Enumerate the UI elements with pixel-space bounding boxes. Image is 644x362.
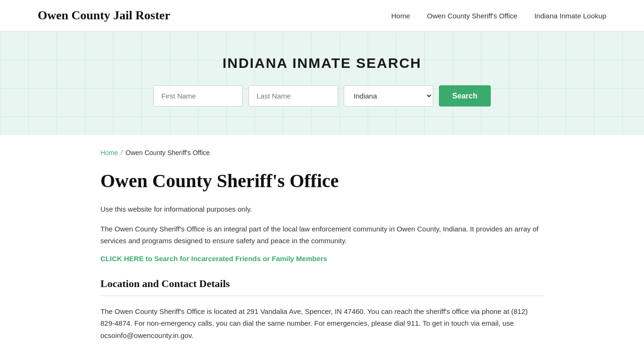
main-content: Home / Owen County Sheriff's Office Owen…: [63, 135, 581, 362]
last-name-input[interactable]: [248, 85, 338, 107]
hero-banner: INDIANA INMATE SEARCH Indiana Alabama Al…: [0, 32, 644, 135]
page-heading: Owen County Sheriff's Office: [100, 170, 544, 192]
search-form: Indiana Alabama Alaska Arizona Arkansas …: [9, 85, 635, 107]
main-nav: Home Owen County Sheriff's Office Indian…: [391, 12, 606, 20]
breadcrumb: Home / Owen County Sheriff's Office: [100, 149, 544, 156]
first-name-input[interactable]: [153, 85, 243, 107]
intro-paragraph-1: Use this website for informational purpo…: [100, 203, 544, 215]
search-button[interactable]: Search: [439, 85, 490, 107]
nav-sheriffs-office[interactable]: Owen County Sheriff's Office: [427, 12, 518, 20]
nav-inmate-lookup[interactable]: Indiana Inmate Lookup: [534, 12, 606, 20]
search-incarcerated-link[interactable]: CLICK HERE to Search for Incarcerated Fr…: [100, 255, 327, 263]
hero-title: INDIANA INMATE SEARCH: [9, 55, 635, 71]
location-section-heading: Location and Contact Details: [100, 278, 544, 296]
location-body-text: The Owen County Sheriff's Office is loca…: [100, 305, 544, 342]
breadcrumb-current-page: Owen County Sheriff's Office: [125, 149, 210, 156]
site-title[interactable]: Owen County Jail Roster: [38, 8, 170, 23]
breadcrumb-home-link[interactable]: Home: [100, 149, 118, 156]
state-select[interactable]: Indiana Alabama Alaska Arizona Arkansas …: [344, 85, 433, 107]
header: Owen County Jail Roster Home Owen County…: [0, 0, 644, 32]
breadcrumb-separator: /: [121, 149, 123, 156]
nav-home[interactable]: Home: [391, 12, 410, 20]
intro-paragraph-2: The Owen County Sheriff's Office is an i…: [100, 223, 544, 247]
